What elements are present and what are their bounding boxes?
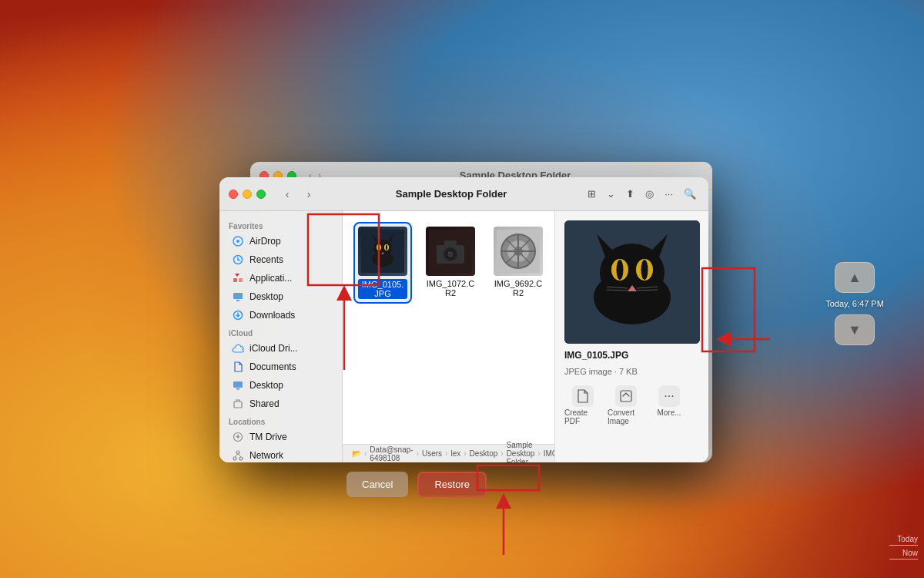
sidebar-item-recents-label: Recents [249,254,283,265]
timeline-today-label: Today [889,535,924,543]
preview-action-convert[interactable]: Convert Image [608,385,644,425]
breadcrumb-item-5[interactable]: Sample Desktop Folder [507,441,535,462]
breadcrumb-item-6[interactable]: IMG_0105.JPG [544,449,554,458]
more-icon: ··· [658,385,680,407]
svg-rect-6 [239,278,243,282]
sidebar-item-tm-drive[interactable]: TM Drive [223,428,339,446]
sidebar-item-icloud-drive-label: iCloud Dri... [249,343,298,354]
close-button[interactable] [229,190,238,199]
timeline-now-line [889,559,918,560]
img1072-thumbnail [426,227,475,276]
preview-type: JPEG image [564,367,612,376]
sidebar-item-desktop[interactable]: Desktop [223,287,339,306]
nav-buttons: ‹ › [278,185,318,203]
timeline: Today Now [889,0,924,578]
breadcrumb-item-3[interactable]: lex [450,449,460,458]
file-item-img1072[interactable]: IMG_1072.CR2 [423,223,478,301]
sidebar-item-icloud-desktop[interactable]: Desktop [223,376,339,395]
view-options[interactable]: ⌄ [604,187,618,201]
sidebar-item-network[interactable]: Network [223,446,339,462]
breadcrumb-item-0[interactable]: 📂 [352,449,361,458]
sidebar-item-shared-label: Shared [249,398,280,409]
shared-icon [232,398,244,410]
minimize-button[interactable] [243,190,252,199]
main-content: IMG_0105.JPG [343,211,554,462]
svg-point-27 [386,245,387,250]
create-pdf-label: Create PDF [564,408,601,425]
preview-size: 7 KB [619,367,638,376]
airdrop-icon [232,235,244,247]
view-icon-grid[interactable]: ⊞ [584,187,599,201]
preview-meta: JPEG image · 7 KB [564,367,699,376]
maximize-button[interactable] [256,190,266,199]
svg-rect-7 [233,293,243,299]
sidebar-item-airdrop[interactable]: AirDrop [223,232,339,250]
tm-up-button[interactable]: ▲ [835,262,875,293]
svg-point-52 [641,260,648,280]
tm-drive-icon [232,431,244,443]
img0105-thumbnail [358,227,407,276]
file-label-img0105: IMG_0105.JPG [358,279,407,299]
desktop-icon [232,291,244,303]
preview-action-more[interactable]: ··· More... [651,385,688,425]
convert-label: Convert Image [608,408,644,425]
traffic-lights [229,190,266,199]
recents-icon [232,254,244,266]
sidebar-item-recents[interactable]: Recents [223,250,339,269]
network-icon [232,449,244,462]
sidebar-item-documents-label: Documents [249,361,296,372]
preview-action-create-pdf[interactable]: Create PDF [564,385,601,425]
svg-point-14 [236,451,239,454]
breadcrumb-item-1[interactable]: Data@snap-6498108 [370,445,413,462]
file-item-img0105[interactable]: IMG_0105.JPG [355,223,410,302]
svg-point-1 [236,240,239,243]
timeline-today-line [889,545,918,546]
search-button[interactable]: 🔍 [681,187,699,201]
breadcrumb-item-4[interactable]: Desktop [470,449,498,458]
tag-button[interactable]: ◎ [642,187,657,201]
svg-rect-8 [236,300,239,301]
file-label-img1072: IMG_1072.CR2 [426,279,475,297]
timeline-now-label: Now [889,549,924,557]
sidebar-item-downloads-label: Downloads [249,310,295,321]
svg-rect-11 [236,388,239,390]
svg-point-15 [233,457,236,460]
preview-actions: Create PDF Convert Image ··· More... [564,385,699,425]
svg-point-21 [373,240,392,257]
cancel-button[interactable]: Cancel [346,472,408,497]
preview-filename: IMG_0105.JPG [564,350,699,361]
sidebar-item-downloads[interactable]: Downloads [223,306,339,324]
share-button[interactable]: ⬆ [623,187,638,201]
more-label: More... [657,408,681,417]
bottom-buttons: Cancel Restore [346,472,487,497]
sidebar-item-airdrop-label: AirDrop [249,236,281,247]
icloud-drive-icon [232,342,244,355]
tm-down-button[interactable]: ▼ [835,314,875,345]
sidebar-item-tm-drive-label: TM Drive [249,432,287,442]
sidebar-item-applications[interactable]: Applicati... [223,269,339,287]
svg-rect-58 [621,391,631,402]
svg-rect-10 [233,381,243,388]
img9692-thumbnail [494,227,543,276]
more-options[interactable]: ··· [661,187,676,201]
sidebar-item-icloud-drive[interactable]: iCloud Dri... [223,339,339,358]
file-item-img9692[interactable]: IMG_9692.CR2 [490,223,546,301]
sidebar-section-icloud: iCloud [219,324,342,339]
icloud-desktop-icon [232,379,244,391]
preview-pane: IMG_0105.JPG JPEG image · 7 KB Create PD… [554,211,708,462]
tm-time-label: Today, 6:47 PM [825,299,884,308]
tm-widget: ▲ Today, 6:47 PM ▼ [824,262,886,345]
back-nav-button[interactable]: ‹ [278,185,296,203]
forward-nav-button[interactable]: › [300,185,318,203]
svg-rect-5 [233,278,237,282]
sidebar-item-documents[interactable]: Documents [223,358,339,376]
sidebar-section-locations: Locations [219,413,342,428]
svg-point-16 [239,457,243,460]
breadcrumb-item-2[interactable]: Users [422,449,442,458]
sidebar-item-applications-label: Applicati... [249,273,292,284]
preview-image [564,220,700,344]
sidebar-item-shared[interactable]: Shared [223,395,339,413]
convert-icon [615,385,637,407]
restore-button[interactable]: Restore [417,472,487,497]
window-title: Sample Desktop Folder [324,188,578,200]
